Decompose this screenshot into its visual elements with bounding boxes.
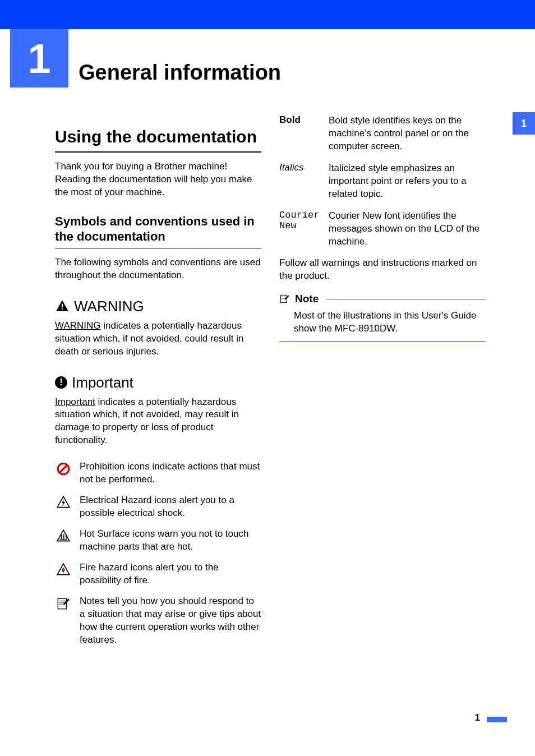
table-row: Notes tell you how you should respond to…: [55, 595, 261, 647]
table-row: Italics Italicized style emphasizes an i…: [279, 162, 486, 201]
warning-heading: WARNING: [55, 298, 261, 315]
footer-blue-mark: [487, 717, 507, 722]
table-row: Prohibition icons indicate actions that …: [55, 460, 261, 486]
typography-style-table: Bold Bold style identifies keys on the m…: [279, 114, 486, 248]
important-block: ! Important Important indicates a potent…: [55, 374, 261, 448]
note-top-rule: [326, 299, 486, 299]
page-number: 1: [475, 712, 480, 723]
table-row: Fire hazard icons alert you to the possi…: [55, 561, 261, 587]
italics-desc: Italicized style emphasizes an important…: [329, 162, 486, 201]
section-heading-using-doc: Using the documentation: [55, 127, 261, 153]
section-heading-symbols: Symbols and conventions used in the docu…: [55, 214, 261, 248]
electrical-desc: Electrical Hazard icons alert you to a p…: [80, 494, 261, 520]
hot-surface-icon: [55, 528, 72, 543]
prohibition-desc: Prohibition icons indicate actions that …: [80, 460, 261, 486]
note-pencil-icon: [279, 293, 290, 305]
svg-rect-1: [62, 308, 63, 310]
symbols-intro: The following symbols and conventions ar…: [55, 256, 261, 282]
chapter-title: General information: [68, 29, 281, 87]
side-chapter-tab: 1: [513, 112, 535, 135]
side-chapter-tab-number: 1: [521, 118, 527, 130]
note-heading: Note: [279, 293, 486, 305]
svg-line-3: [60, 465, 67, 473]
fire-desc: Fire hazard icons alert you to the possi…: [80, 561, 261, 587]
top-blue-strip: [0, 0, 535, 29]
courier-desc: Courier New font identifies the messages…: [329, 210, 486, 248]
table-row: Hot Surface icons warn you not to touch …: [55, 528, 261, 554]
right-column: Bold Bold style identifies keys on the m…: [279, 99, 486, 647]
table-row: Electrical Hazard icons alert you to a p…: [55, 494, 261, 520]
important-heading: ! Important: [55, 374, 261, 391]
warning-triangle-icon: [55, 299, 70, 314]
icon-description-table: Prohibition icons indicate actions that …: [55, 460, 261, 646]
warning-paragraph: WARNING indicates a potentially hazardou…: [55, 320, 261, 358]
important-paragraph: Important indicates a potentially hazard…: [55, 396, 261, 448]
chapter-number-box: 1: [10, 29, 68, 87]
follow-warnings-text: Follow all warnings and instructions mar…: [279, 257, 486, 283]
note-heading-text: Note: [295, 293, 319, 305]
important-underlined: Important: [55, 397, 95, 407]
table-row: Bold Bold style identifies keys on the m…: [279, 114, 486, 153]
note-callout: Note Most of the illustrations in this U…: [279, 293, 486, 342]
warning-block: WARNING WARNING indicates a potentially …: [55, 298, 261, 358]
chapter-number: 1: [27, 35, 50, 82]
intro-paragraph: Thank you for buying a Brother machine! …: [55, 160, 261, 199]
note-write-icon: [55, 595, 72, 611]
warning-underlined: WARNING: [55, 320, 101, 331]
warning-heading-text: WARNING: [74, 298, 144, 315]
electrical-hazard-icon: [55, 494, 72, 510]
fire-hazard-icon: [55, 561, 72, 577]
courier-label: Courier New: [279, 210, 321, 231]
note-body: Most of the illustrations in this User's…: [279, 305, 486, 342]
italics-label: Italics: [279, 162, 321, 173]
table-row: Courier New Courier New font identifies …: [279, 210, 486, 248]
bold-desc: Bold style identifies keys on the machin…: [329, 114, 486, 153]
hot-desc: Hot Surface icons warn you not to touch …: [80, 528, 261, 554]
left-column: Using the documentation Thank you for bu…: [55, 99, 261, 647]
svg-rect-0: [62, 304, 63, 308]
bold-label: Bold: [279, 114, 321, 126]
important-heading-text: Important: [72, 374, 133, 391]
note-desc: Notes tell you how you should respond to…: [80, 595, 261, 647]
prohibition-icon: [55, 460, 72, 476]
important-circle-icon: !: [55, 376, 67, 389]
